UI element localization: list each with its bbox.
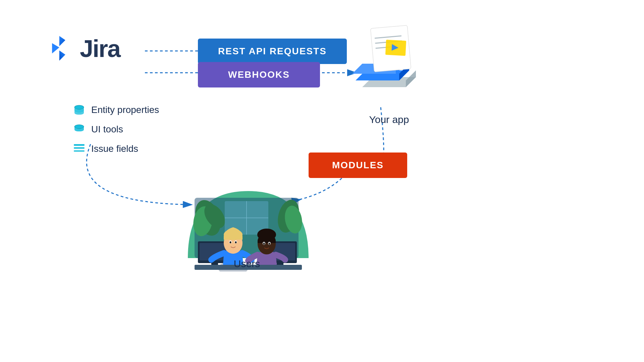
- svg-point-42: [235, 241, 237, 243]
- fields-icon: [73, 143, 85, 155]
- feature-entity-properties: Entity properties: [73, 104, 159, 116]
- ui-tools-label: UI tools: [91, 124, 123, 135]
- svg-point-47: [263, 243, 265, 245]
- app-stack-illustration: [345, 20, 429, 115]
- svg-point-48: [269, 243, 270, 245]
- rest-api-button: REST API REQUESTS: [198, 39, 347, 64]
- database-icon: [73, 104, 85, 116]
- svg-rect-12: [74, 144, 85, 146]
- svg-point-41: [230, 241, 231, 243]
- users-illustration: [178, 164, 319, 273]
- ui-icon: [73, 123, 85, 135]
- jira-logo: Jira: [44, 34, 120, 64]
- webhooks-button: WEBHOOKS: [198, 62, 320, 87]
- feature-ui-tools: UI tools: [73, 123, 159, 135]
- users-label: Users: [213, 258, 280, 269]
- modules-button: MODULES: [309, 153, 407, 178]
- feature-issue-fields: Issue fields: [73, 143, 159, 155]
- diagram-container: Jira Entity properties UI tools: [0, 0, 644, 362]
- svg-rect-14: [74, 150, 85, 152]
- your-app-label: Your app: [356, 114, 423, 125]
- jira-logo-text: Jira: [80, 35, 120, 62]
- issue-fields-label: Issue fields: [91, 143, 138, 154]
- feature-list: Entity properties UI tools Issue fields: [73, 104, 159, 155]
- svg-rect-13: [74, 147, 85, 149]
- svg-point-44: [257, 229, 276, 241]
- jira-icon: [44, 34, 74, 64]
- entity-properties-label: Entity properties: [91, 105, 159, 115]
